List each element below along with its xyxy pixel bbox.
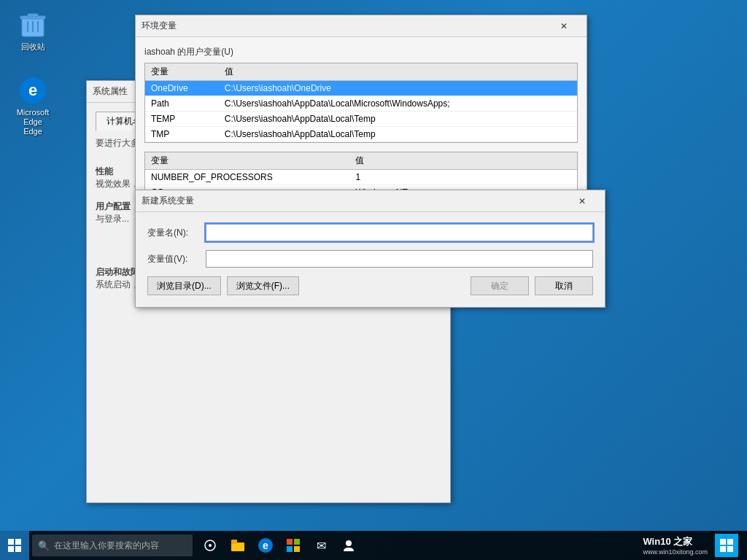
edge-image: e [18, 76, 47, 105]
sys-var-name: NUMBER_OF_PROCESSORS [145, 170, 349, 185]
svg-rect-22 [727, 546, 733, 552]
svg-rect-6 [8, 539, 14, 545]
windows-logo-icon [8, 539, 21, 552]
var-name-input[interactable] [206, 224, 593, 241]
user-vars-table: 变量 值 OneDriveC:\Users\iashoah\OneDrivePa… [145, 63, 577, 142]
recycle-bin-icon[interactable]: 回收站 [7, 7, 58, 55]
user-var-name: OneDrive [145, 81, 219, 96]
store-icon [287, 539, 300, 552]
file-explorer-icon [231, 540, 244, 551]
svg-rect-21 [720, 546, 726, 552]
new-var-title: 新建系统变量 [142, 195, 565, 207]
win-flag-icon [720, 539, 733, 552]
svg-point-18 [346, 540, 352, 546]
user-var-name: Path [145, 96, 219, 112]
svg-rect-20 [727, 539, 733, 545]
var-value-row: 变量值(V): [147, 250, 593, 268]
edge-label: Microsoft Edge Edge [10, 108, 55, 137]
user-var-row[interactable]: PathC:\Users\iashoah\AppData\Local\Micro… [145, 96, 577, 112]
task-view-button[interactable] [197, 531, 223, 560]
svg-rect-19 [720, 539, 726, 545]
user-col-val: 值 [219, 63, 577, 81]
env-window-close[interactable]: ✕ [547, 15, 581, 37]
user-var-value: C:\Users\iashoah\AppData\Local\Temp [219, 112, 577, 127]
new-var-controls[interactable]: ✕ [565, 190, 599, 212]
var-value-input[interactable] [206, 250, 593, 268]
env-window-titlebar: 环境变量 ✕ [136, 15, 587, 37]
user-var-name: TEMP [145, 112, 219, 127]
svg-point-11 [209, 544, 212, 547]
edge-icon-desktop[interactable]: e Microsoft Edge Edge [7, 73, 58, 140]
mail-button[interactable]: ✉ [308, 531, 334, 560]
svg-rect-9 [15, 546, 21, 552]
user-col-var: 变量 [145, 63, 219, 81]
new-var-ok-button[interactable]: 确定 [471, 276, 529, 295]
svg-rect-2 [28, 14, 38, 17]
svg-rect-16 [287, 546, 293, 552]
new-var-action-buttons[interactable]: 浏览目录(D)... 浏览文件(F)... 确定 取消 [147, 276, 593, 295]
var-name-label: 变量名(N): [147, 227, 206, 239]
svg-rect-14 [287, 539, 293, 545]
search-placeholder: 在这里输入你要搜索的内容 [54, 540, 159, 552]
env-window-controls[interactable]: ✕ [547, 15, 581, 37]
sys-var-value: 1 [349, 170, 577, 185]
sys-var-row[interactable]: NUMBER_OF_PROCESSORS1 [145, 170, 577, 185]
win10-brand: Win10 之家 [643, 535, 708, 548]
people-icon [342, 539, 355, 552]
browse-file-button[interactable]: 浏览文件(F)... [227, 276, 299, 295]
new-var-dialog: 新建系统变量 ✕ 变量名(N): 变量值(V): 浏览目录(D)... 浏览文件… [135, 190, 605, 308]
user-var-name: TMP [145, 127, 219, 142]
user-var-value: C:\Users\iashoah\AppData\Local\Microsoft… [219, 96, 577, 112]
search-icon: 🔍 [38, 540, 50, 551]
taskbar-search-bar[interactable]: 🔍 在这里输入你要搜索的内容 [32, 534, 193, 556]
taskbar: 🔍 在这里输入你要搜索的内容 e [0, 531, 747, 560]
recycle-bin-image [18, 10, 47, 39]
taskbar-right-area: Win10 之家 www.win10xitong.com [643, 534, 747, 557]
browse-dir-button[interactable]: 浏览目录(D)... [147, 276, 221, 295]
env-window-title: 环境变量 [142, 20, 547, 32]
edge-taskbar-icon: e [258, 538, 273, 553]
win10-website: www.win10xitong.com [643, 548, 708, 556]
svg-rect-15 [294, 539, 300, 545]
new-var-content: 变量名(N): 变量值(V): 浏览目录(D)... 浏览文件(F)... 确定… [136, 212, 605, 307]
sys-col-val: 值 [349, 152, 577, 170]
taskbar-watermark-area: Win10 之家 www.win10xitong.com [643, 535, 708, 556]
file-explorer-button[interactable] [225, 531, 251, 560]
start-button[interactable] [0, 531, 29, 560]
svg-rect-13 [231, 540, 237, 544]
user-vars-label: iashoah 的用户变量(U) [144, 46, 578, 58]
svg-rect-7 [15, 539, 21, 545]
edge-taskbar-button[interactable]: e [252, 531, 279, 560]
desktop: 回收站 e Microsoft Edge Edge 系统属性 ✕ 计算机名 硬件… [0, 0, 747, 560]
new-var-cancel-button[interactable]: 取消 [535, 276, 593, 295]
user-vars-table-container[interactable]: 变量 值 OneDriveC:\Users\iashoah\OneDrivePa… [144, 63, 578, 143]
user-var-value: C:\Users\iashoah\OneDrive [219, 81, 577, 96]
new-var-close[interactable]: ✕ [565, 190, 599, 212]
svg-rect-8 [8, 546, 14, 552]
new-var-titlebar: 新建系统变量 ✕ [136, 190, 605, 212]
people-button[interactable] [336, 531, 362, 560]
win10-logo-taskbar [715, 534, 738, 557]
user-var-row[interactable]: TEMPC:\Users\iashoah\AppData\Local\Temp [145, 112, 577, 127]
sys-col-var: 变量 [145, 152, 349, 170]
var-name-row: 变量名(N): [147, 224, 593, 241]
edge-logo: e [20, 77, 46, 104]
recycle-bin-label: 回收站 [21, 42, 45, 52]
taskbar-icon-group[interactable]: e ✉ [197, 531, 362, 560]
user-var-value: C:\Users\iashoah\AppData\Local\Temp [219, 127, 577, 142]
svg-rect-17 [294, 546, 300, 552]
store-button[interactable] [280, 531, 306, 560]
user-var-row[interactable]: OneDriveC:\Users\iashoah\OneDrive [145, 81, 577, 96]
var-value-label: 变量值(V): [147, 253, 206, 265]
user-var-row[interactable]: TMPC:\Users\iashoah\AppData\Local\Temp [145, 127, 577, 142]
task-view-icon [204, 540, 216, 551]
